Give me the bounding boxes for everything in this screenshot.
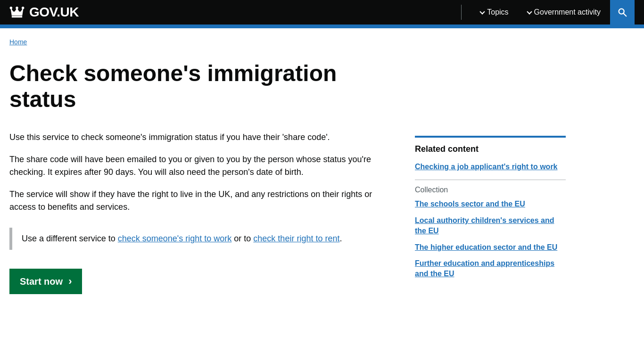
- callout-suffix: .: [339, 234, 342, 243]
- accent-bar: [0, 25, 644, 28]
- arrow-right-icon: ›: [68, 275, 72, 288]
- topics-label: Topics: [487, 8, 508, 16]
- collection-label: Collection: [415, 186, 566, 194]
- breadcrumb-home[interactable]: Home: [9, 38, 27, 46]
- related-link-right-to-work[interactable]: Checking a job applicant's right to work: [415, 162, 566, 172]
- crown-icon: [9, 6, 25, 19]
- callout-mid: or to: [231, 234, 253, 243]
- collection-link-higher-ed[interactable]: The higher education sector and the EU: [415, 242, 566, 253]
- main-content: Check someone's immigration status Use t…: [9, 60, 396, 294]
- search-button[interactable]: [610, 0, 635, 25]
- share-code-paragraph: The share code will have been emailed to…: [9, 153, 396, 179]
- right-to-rent-link[interactable]: check their right to rent: [253, 234, 339, 243]
- breadcrumb: Home: [9, 28, 635, 51]
- callout-box: Use a different service to check someone…: [9, 228, 396, 250]
- right-to-work-link[interactable]: check someone's right to work: [118, 234, 232, 243]
- search-icon: [617, 7, 627, 17]
- chevron-down-icon: [480, 9, 485, 14]
- service-info-paragraph: The service will show if they have the r…: [9, 188, 396, 214]
- gov-activity-label: Government activity: [534, 8, 601, 16]
- collection-link-schools[interactable]: The schools sector and the EU: [415, 199, 566, 209]
- right-to-rent-link-text: check their right to rent: [253, 234, 339, 243]
- logo-text: GOV.UK: [29, 5, 79, 20]
- collection-link-local-authority[interactable]: Local authority children's services and …: [415, 215, 566, 237]
- page-title: Check someone's immigration status: [9, 60, 396, 112]
- callout-prefix: Use a different service to: [22, 234, 118, 243]
- gov-uk-logo[interactable]: GOV.UK: [9, 5, 452, 20]
- svg-line-2: [623, 13, 626, 16]
- callout-text: Use a different service to check someone…: [22, 232, 387, 245]
- site-header: GOV.UK Topics Government activity: [0, 0, 644, 25]
- topics-button[interactable]: Topics: [471, 0, 518, 25]
- nav-divider: [461, 5, 462, 20]
- related-content-title: Related content: [415, 144, 566, 154]
- start-now-button[interactable]: Start now ›: [9, 269, 82, 294]
- collection-link-further-ed[interactable]: Further education and apprenticeships an…: [415, 258, 566, 280]
- sidebar-top-divider: [415, 136, 566, 138]
- sidebar-mid-divider: [415, 180, 566, 180]
- chevron-down-icon: [527, 9, 532, 14]
- intro-paragraph: Use this service to check someone's immi…: [9, 131, 396, 144]
- gov-activity-button[interactable]: Government activity: [518, 0, 610, 25]
- svg-rect-0: [12, 16, 22, 17]
- start-btn-label: Start now: [20, 276, 63, 287]
- sidebar: Related content Checking a job applicant…: [415, 60, 566, 294]
